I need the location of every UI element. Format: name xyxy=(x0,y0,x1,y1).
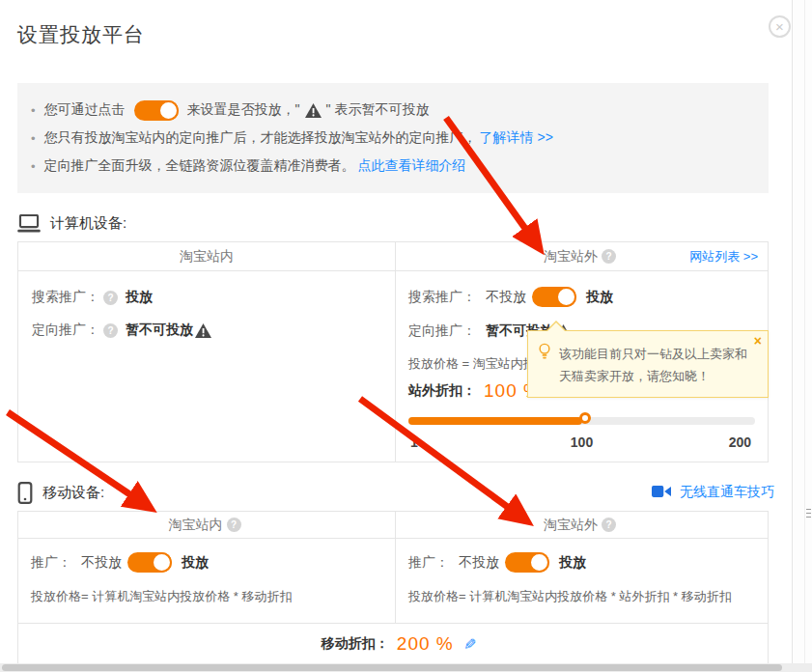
computer-section-label: 计算机设备: xyxy=(50,214,126,233)
bullet-icon: • xyxy=(31,103,36,118)
mobile-offsite-price-formula: 投放价格= 计算机淘宝站内投放价格 * 站外折扣 * 移动折扣 xyxy=(408,588,755,605)
mobile-table-body: 推广： 不投放 投放 投放价格= 计算机淘宝站内投放价格 * 移动折扣 推广： … xyxy=(18,539,768,623)
toggle-off-label: 不投放 xyxy=(81,554,122,572)
mobile-discount-value: 200 % xyxy=(397,633,454,655)
detail-intro-link[interactable]: 点此查看详细介绍 xyxy=(358,157,466,175)
computer-section-header: 计算机设备: xyxy=(17,210,774,236)
horizontal-scrollbar-thumb[interactable] xyxy=(2,664,782,671)
toggle-on-label: 投放 xyxy=(182,554,209,572)
close-icon[interactable]: × xyxy=(769,15,791,38)
demo-toggle[interactable] xyxy=(134,100,179,121)
toggle-knob-icon xyxy=(556,287,576,307)
notice-line3-text: 定向推广全面升级，全链路资源位覆盖精准消费者。 xyxy=(44,157,355,175)
mobile-section-header: 移动设备: 无线直通车技巧 xyxy=(17,480,774,505)
help-icon[interactable]: ? xyxy=(602,518,616,532)
bullet-icon: • xyxy=(31,159,36,174)
warning-icon xyxy=(305,103,322,118)
site-list-link[interactable]: 网站列表 >> xyxy=(689,248,758,266)
mobile-discount-line: 移动折扣： 200 % ✎ xyxy=(211,633,586,655)
bullet-icon: • xyxy=(31,131,36,146)
notice-line-targeting: • 您只有投放淘宝站内的定向推广后，才能选择投放淘宝站外的定向推广， 了解详情 … xyxy=(31,126,753,151)
help-icon[interactable]: ? xyxy=(103,291,118,305)
mobile-onsite-price-formula: 投放价格= 计算机淘宝站内投放价格 * 移动折扣 xyxy=(31,588,382,605)
search-promo-status: 投放 xyxy=(126,289,153,306)
help-icon[interactable]: ? xyxy=(103,323,118,338)
mobile-offsite-promo-row: 推广： 不投放 投放 xyxy=(408,552,755,573)
mobile-offsite-header-label: 淘宝站外 xyxy=(544,517,598,534)
computer-onsite-header: 淘宝站内 xyxy=(18,242,396,270)
mobile-discount-label: 移动折扣： xyxy=(322,635,389,653)
mobile-phone-icon xyxy=(17,482,33,504)
offsite-slider-labels: 1 100 200 xyxy=(408,434,755,452)
promo-label: 推广： xyxy=(408,554,449,572)
scrollbar-grip-icon[interactable] xyxy=(806,509,811,518)
computer-offsite-search-row: 搜索推广： 不投放 投放 xyxy=(408,287,755,307)
slider-fill xyxy=(408,417,582,425)
lightbulb-icon xyxy=(538,343,551,387)
horizontal-scrollbar[interactable] xyxy=(0,663,812,672)
toggle-on-label: 投放 xyxy=(559,554,586,572)
notice-line-upgrade: • 定向推广全面升级，全链路资源位覆盖精准消费者。 点此查看详细介绍 xyxy=(31,154,753,179)
computer-onsite-cell: 搜索推广： ? 投放 定向推广： ? 暂不可投放 xyxy=(18,271,396,462)
mobile-offsite-toggle[interactable] xyxy=(505,552,549,573)
computer-onsite-target-row: 定向推广： ? 暂不可投放 xyxy=(32,322,381,339)
page-title: 设置投放平台 xyxy=(17,21,792,48)
computer-table-head: 淘宝站内 淘宝站外 ? 网站列表 >> xyxy=(18,242,768,271)
notice-line2-text: 您只有投放淘宝站内的定向推广后，才能选择投放淘宝站外的定向推广， xyxy=(44,129,477,147)
vertical-scrollbar-track[interactable] xyxy=(804,0,805,664)
mobile-offsite-header: 淘宝站外 ? xyxy=(396,512,768,538)
wireless-tips-link[interactable]: 无线直通车技巧 xyxy=(680,484,774,501)
mobile-onsite-toggle[interactable] xyxy=(127,552,172,573)
mobile-section-label: 移动设备: xyxy=(42,484,104,502)
search-promo-label: 搜索推广： xyxy=(408,289,476,306)
edit-pencil-icon[interactable]: ✎ xyxy=(463,635,476,654)
notice-line1-post: " 表示暂不可投放 xyxy=(326,101,430,119)
warning-icon xyxy=(195,323,211,338)
computer-icon xyxy=(17,214,41,233)
offsite-discount-slider[interactable] xyxy=(408,417,755,425)
toggle-off-label: 不投放 xyxy=(459,554,499,572)
notice-line-toggle: • 您可通过点击 来设置是否投放，" " 表示暂不可投放 xyxy=(31,98,753,123)
target-promo-label: 定向推广： xyxy=(32,322,99,339)
tooltip-text: 该功能目前只对一钻及以上卖家和天猫卖家开放，请您知晓！ xyxy=(559,343,756,387)
mobile-table: 淘宝站内 ? 淘宝站外 ? 推广： 不投放 投放 投放价格= 计算机淘宝站内投 xyxy=(17,511,769,672)
mobile-onsite-promo-row: 推广： 不投放 投放 xyxy=(31,552,382,573)
toggle-knob-icon xyxy=(529,552,549,573)
video-camera-icon xyxy=(652,485,671,500)
toggle-on-label: 投放 xyxy=(586,289,613,306)
computer-offsite-header: 淘宝站外 ? 网站列表 >> xyxy=(396,242,768,270)
target-promo-status: 暂不可投放 xyxy=(126,322,193,339)
help-icon[interactable]: ? xyxy=(602,249,616,264)
page-right-edge xyxy=(792,0,812,672)
tooltip-close-icon[interactable]: × xyxy=(754,333,762,349)
seller-tip-tooltip: × 该功能目前只对一钻及以上卖家和天猫卖家开放，请您知晓！ xyxy=(527,330,769,398)
promo-label: 推广： xyxy=(31,554,71,572)
mobile-onsite-header: 淘宝站内 ? xyxy=(18,512,396,538)
mobile-onsite-cell: 推广： 不投放 投放 投放价格= 计算机淘宝站内投放价格 * 移动折扣 xyxy=(18,539,396,623)
mobile-onsite-header-label: 淘宝站内 xyxy=(169,517,223,534)
mobile-offsite-cell: 推广： 不投放 投放 投放价格= 计算机淘宝站内投放价格 * 站外折扣 * 移动… xyxy=(396,539,768,623)
learn-more-link[interactable]: 了解详情 >> xyxy=(480,129,553,147)
set-platform-dialog: × 设置投放平台 • 您可通过点击 来设置是否投放，" " 表示暂不可投放 • … xyxy=(0,0,792,664)
slider-handle[interactable] xyxy=(579,412,591,424)
slider-min-label: 1 xyxy=(410,434,418,450)
target-promo-label: 定向推广： xyxy=(408,322,476,340)
slider-mid-label: 100 xyxy=(571,434,593,450)
notice-box: • 您可通过点击 来设置是否投放，" " 表示暂不可投放 • 您只有投放淘宝站内… xyxy=(17,83,769,193)
toggle-off-label: 不投放 xyxy=(486,289,526,306)
notice-line1-pre: 您可通过点击 xyxy=(44,101,126,119)
computer-onsite-search-row: 搜索推广： ? 投放 xyxy=(32,289,381,306)
settings-dialog-page: × 设置投放平台 • 您可通过点击 来设置是否投放，" " 表示暂不可投放 • … xyxy=(0,0,812,672)
offsite-discount-label: 站外折扣： xyxy=(408,382,476,400)
toggle-knob-icon xyxy=(152,552,172,573)
notice-line1-mid: 来设置是否投放，" xyxy=(187,101,300,119)
search-promo-label: 搜索推广： xyxy=(32,289,99,306)
toggle-knob-icon xyxy=(158,100,179,121)
computer-offsite-header-label: 淘宝站外 xyxy=(544,248,598,266)
computer-offsite-search-toggle[interactable] xyxy=(532,287,576,307)
help-icon[interactable]: ? xyxy=(227,518,241,532)
computer-onsite-header-label: 淘宝站内 xyxy=(180,248,234,266)
slider-max-label: 200 xyxy=(729,434,751,450)
mobile-table-head: 淘宝站内 ? 淘宝站外 ? xyxy=(18,512,768,539)
